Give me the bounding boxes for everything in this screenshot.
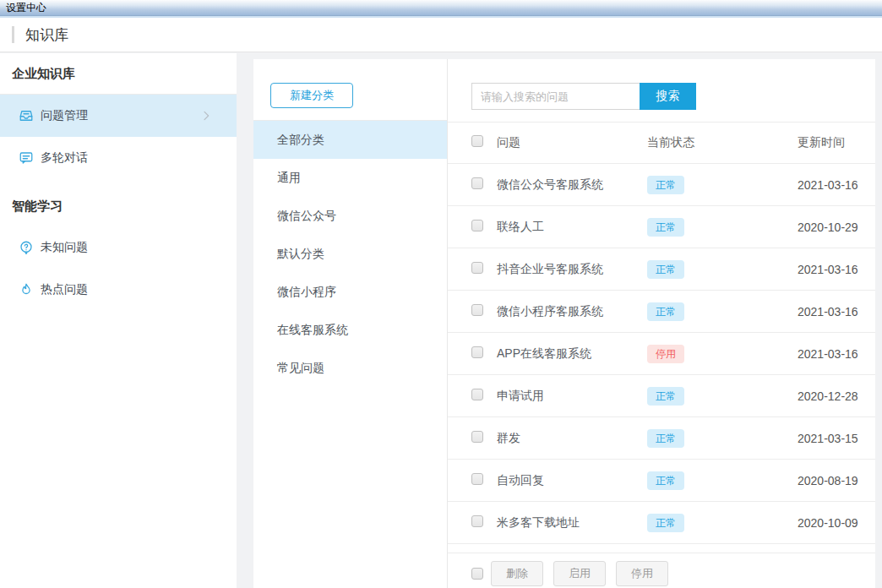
status-badge: 正常 bbox=[647, 471, 684, 490]
select-all-checkbox[interactable] bbox=[471, 135, 483, 147]
inbox-icon bbox=[19, 108, 34, 123]
updated-cell: 2020-08-19 bbox=[798, 474, 875, 487]
table-row: APP在线客服系统 停用 2021-03-16 bbox=[448, 333, 875, 375]
category-label: 默认分类 bbox=[277, 247, 324, 260]
row-checkbox[interactable] bbox=[471, 220, 483, 231]
main-panel: 新建分类 全部分类 通用 微信公众号 默认分类 微信小程序 在线客服系统 常见问… bbox=[253, 59, 875, 588]
header-accent-bar bbox=[12, 26, 14, 43]
page-header: 知识库 bbox=[0, 18, 882, 52]
question-cell: 申请试用 bbox=[497, 389, 647, 404]
sidebar-item-unknown-questions[interactable]: 未知问题 bbox=[0, 226, 237, 269]
sidebar-item-question-management[interactable]: 问题管理 bbox=[0, 95, 237, 137]
new-category-button[interactable]: 新建分类 bbox=[270, 83, 353, 108]
category-item[interactable]: 微信小程序 bbox=[253, 273, 447, 311]
table-row: 申请试用 正常 2020-12-28 bbox=[448, 375, 875, 417]
category-item[interactable]: 全部分类 bbox=[253, 121, 447, 159]
category-label: 通用 bbox=[277, 171, 301, 184]
status-badge: 正常 bbox=[647, 302, 684, 321]
updated-cell: 2020-12-28 bbox=[798, 389, 875, 403]
status-badge: 停用 bbox=[647, 345, 684, 363]
column-header-updated: 更新时间 bbox=[798, 135, 875, 150]
table-row: 米多客下载地址 正常 2020-10-09 bbox=[448, 502, 875, 544]
updated-cell: 2021-03-16 bbox=[798, 305, 875, 318]
row-checkbox[interactable] bbox=[471, 389, 483, 400]
sidebar-item-label: 问题管理 bbox=[41, 108, 88, 123]
page-title: 知识库 bbox=[25, 25, 68, 45]
table-row: 微信小程序客服系统 正常 2021-03-16 bbox=[448, 291, 875, 333]
updated-cell: 2021-03-16 bbox=[798, 178, 875, 192]
row-checkbox[interactable] bbox=[471, 473, 483, 485]
column-header-question: 问题 bbox=[497, 135, 647, 150]
table-row: 联络人工 正常 2020-10-29 bbox=[448, 206, 875, 248]
row-checkbox[interactable] bbox=[471, 431, 483, 443]
status-badge: 正常 bbox=[647, 514, 684, 532]
flame-icon bbox=[19, 282, 34, 297]
titlebar-title: 设置中心 bbox=[6, 1, 46, 15]
category-label: 常见问题 bbox=[277, 361, 324, 374]
enable-button[interactable]: 启用 bbox=[553, 561, 606, 586]
status-badge: 正常 bbox=[647, 429, 684, 448]
search-button[interactable]: 搜索 bbox=[640, 83, 696, 110]
question-cell: 自动回复 bbox=[497, 473, 647, 488]
sidebar-section-enterprise-kb: 企业知识库 bbox=[0, 53, 237, 95]
question-cell: 米多客下载地址 bbox=[497, 515, 647, 531]
category-label: 全部分类 bbox=[277, 133, 324, 146]
chevron-right-icon bbox=[199, 109, 213, 122]
chat-icon bbox=[19, 150, 34, 166]
table-row: 自动回复 正常 2020-08-19 bbox=[448, 460, 875, 502]
question-cell: 抖音企业号客服系统 bbox=[497, 262, 647, 277]
updated-cell: 2021-03-16 bbox=[798, 347, 875, 361]
search-input[interactable] bbox=[471, 83, 640, 110]
sidebar: 企业知识库 问题管理 多轮对话 智能学习 bbox=[0, 53, 237, 588]
updated-cell: 2021-03-15 bbox=[798, 432, 875, 445]
sidebar-item-label: 未知问题 bbox=[41, 240, 88, 255]
sidebar-item-multi-turn-dialogue[interactable]: 多轮对话 bbox=[0, 137, 237, 179]
category-item[interactable]: 微信公众号 bbox=[253, 197, 447, 235]
question-cell: 群发 bbox=[497, 431, 647, 446]
updated-cell: 2020-10-09 bbox=[798, 516, 875, 530]
question-cell: 微信公众号客服系统 bbox=[497, 177, 647, 193]
category-label: 在线客服系统 bbox=[277, 323, 348, 336]
category-label: 微信小程序 bbox=[277, 285, 336, 298]
category-list: 全部分类 通用 微信公众号 默认分类 微信小程序 在线客服系统 常见问题 bbox=[253, 121, 447, 387]
question-cell: APP在线客服系统 bbox=[497, 346, 647, 362]
row-checkbox[interactable] bbox=[471, 346, 483, 358]
row-checkbox[interactable] bbox=[471, 304, 483, 316]
table-row: 微信公众号客服系统 正常 2021-03-16 bbox=[448, 164, 875, 206]
category-item[interactable]: 在线客服系统 bbox=[253, 311, 447, 349]
question-pin-icon bbox=[19, 240, 34, 255]
sidebar-item-hot-questions[interactable]: 热点问题 bbox=[0, 269, 237, 311]
table-row: 抖音企业号客服系统 正常 2021-03-16 bbox=[448, 248, 875, 291]
category-label: 微信公众号 bbox=[277, 209, 336, 222]
table-header: 问题 当前状态 更新时间 bbox=[448, 122, 875, 164]
category-item[interactable]: 通用 bbox=[253, 159, 447, 197]
column-header-status: 当前状态 bbox=[647, 135, 798, 150]
sidebar-item-label: 热点问题 bbox=[41, 282, 88, 297]
category-panel: 新建分类 全部分类 通用 微信公众号 默认分类 微信小程序 在线客服系统 常见问… bbox=[253, 59, 448, 588]
row-checkbox[interactable] bbox=[471, 177, 483, 189]
status-badge: 正常 bbox=[647, 176, 684, 194]
sidebar-item-label: 多轮对话 bbox=[41, 150, 88, 166]
window-titlebar[interactable]: 设置中心 bbox=[0, 0, 882, 16]
delete-button[interactable]: 删除 bbox=[491, 561, 543, 586]
search-bar: 搜索 bbox=[471, 83, 875, 110]
status-badge: 正常 bbox=[647, 387, 684, 406]
row-checkbox[interactable] bbox=[471, 515, 483, 527]
status-badge: 正常 bbox=[647, 218, 684, 237]
question-cell: 微信小程序客服系统 bbox=[497, 304, 647, 319]
question-table-panel: 搜索 问题 当前状态 更新时间 微信公众号客服系统 正常 2021-03-16 … bbox=[448, 59, 875, 588]
updated-cell: 2020-10-29 bbox=[798, 220, 875, 234]
table-footer: 删除 启用 停用 bbox=[448, 553, 875, 586]
category-item[interactable]: 默认分类 bbox=[253, 235, 447, 273]
table-body: 微信公众号客服系统 正常 2021-03-16 联络人工 正常 2020-10-… bbox=[448, 164, 875, 544]
question-cell: 联络人工 bbox=[497, 220, 647, 235]
footer-select-checkbox[interactable] bbox=[471, 568, 483, 580]
category-item[interactable]: 常见问题 bbox=[253, 349, 447, 387]
updated-cell: 2021-03-16 bbox=[798, 263, 875, 276]
disable-button[interactable]: 停用 bbox=[616, 561, 668, 586]
sidebar-section-smart-learning: 智能学习 bbox=[0, 186, 237, 226]
row-checkbox[interactable] bbox=[471, 262, 483, 274]
table-row: 群发 正常 2021-03-15 bbox=[448, 417, 875, 460]
status-badge: 正常 bbox=[647, 260, 684, 279]
